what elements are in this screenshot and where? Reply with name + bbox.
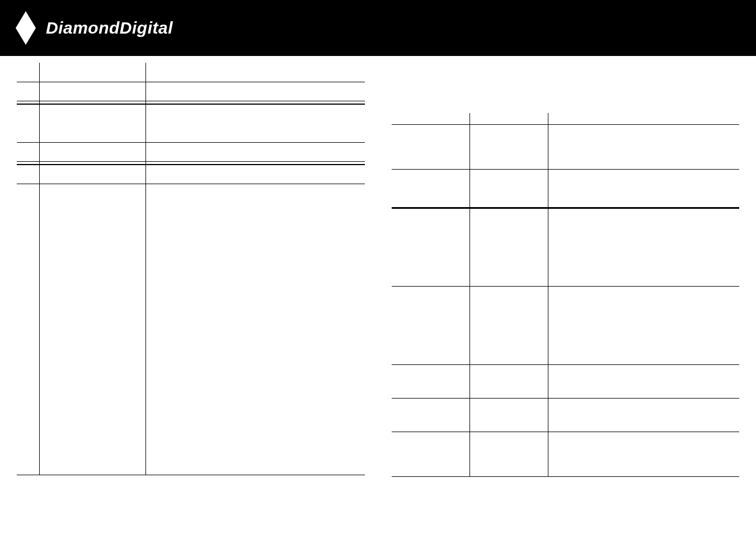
right-column [392, 63, 740, 477]
cell [145, 184, 365, 475]
table-header [392, 113, 470, 124]
cell [548, 432, 740, 477]
right-table [392, 113, 740, 477]
brand-name: DiamondDigital [46, 18, 173, 38]
cell [39, 165, 145, 184]
cell [470, 169, 548, 207]
cell [470, 287, 548, 365]
cell [392, 399, 470, 432]
cell [548, 399, 740, 432]
cell [548, 124, 740, 169]
svg-marker-0 [16, 11, 36, 45]
left-column [17, 63, 365, 477]
cell [39, 184, 145, 475]
cell [548, 365, 740, 399]
cell [470, 208, 548, 287]
left-table [17, 63, 365, 475]
cell [17, 82, 39, 101]
cell [392, 365, 470, 399]
header-bar: DiamondDigital [0, 0, 756, 56]
cell [392, 432, 470, 477]
cell [548, 169, 740, 207]
diamond-icon [16, 11, 36, 45]
cell [39, 104, 145, 142]
cell [145, 82, 365, 101]
cell [145, 63, 365, 82]
cell [548, 287, 740, 365]
table-header [548, 113, 740, 124]
cell [392, 124, 470, 169]
cell [392, 208, 470, 287]
cell [470, 399, 548, 432]
cell [17, 63, 39, 82]
cell [145, 142, 365, 161]
cell [17, 104, 39, 142]
cell [39, 63, 145, 82]
cell [470, 365, 548, 399]
cell [392, 287, 470, 365]
cell [145, 165, 365, 184]
content-area [0, 56, 756, 477]
table-header [470, 113, 548, 124]
cell [17, 142, 39, 161]
cell [39, 142, 145, 161]
cell [39, 82, 145, 101]
cell [392, 169, 470, 207]
cell [17, 184, 39, 475]
cell [470, 124, 548, 169]
cell [470, 432, 548, 477]
cell [548, 208, 740, 287]
cell [145, 104, 365, 142]
cell [17, 165, 39, 184]
